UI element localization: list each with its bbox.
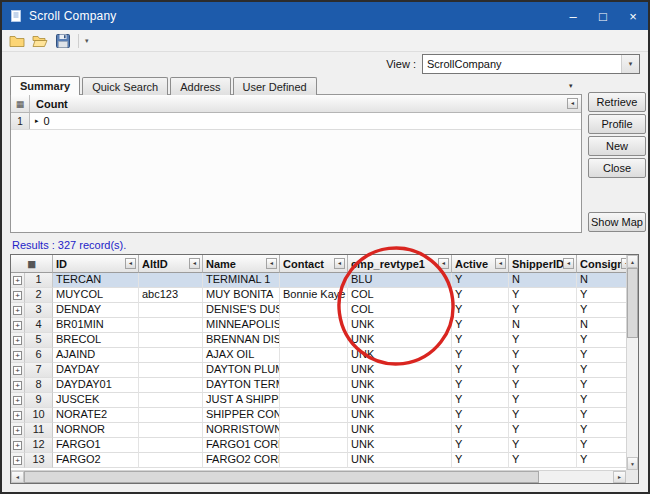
column-header-consign[interactable]: Consign◄ [577,255,626,273]
column-chooser-icon[interactable]: ▦ [27,259,36,269]
cell-id: DENDAY [53,303,139,318]
cell-revtype: UNK [348,348,452,363]
tab-list-dropdown-icon[interactable]: ▾ [569,82,573,90]
results-grid-header: ▦ID◄AltID◄Name◄Contact◄cmp_revtype1◄Acti… [11,255,626,273]
tab-quick-search[interactable]: Quick Search [82,77,168,95]
tab-strip: SummaryQuick SearchAddressUser Defined [10,76,319,95]
scroll-left-icon[interactable]: ◄ [11,471,24,483]
column-header-shipperid[interactable]: ShipperID◄ [509,255,577,273]
column-header-contact[interactable]: Contact◄ [280,255,348,273]
profile-button[interactable]: Profile [588,114,646,134]
column-sort-icon[interactable]: ◄ [438,258,449,269]
row-marker-icon: ▸ [35,117,39,125]
table-row[interactable]: +6AJAINDAJAX OILUNKYYY [11,348,626,363]
close-button[interactable]: × [618,2,648,30]
retrieve-button[interactable]: Retrieve [588,92,646,112]
column-sort-icon[interactable]: ◄ [266,258,277,269]
scroll-right-icon[interactable]: ► [613,471,626,483]
column-sort-icon[interactable]: ◄ [189,258,200,269]
column-sort-icon[interactable]: ◄ [567,98,578,109]
results-grid-content: ▦ID◄AltID◄Name◄Contact◄cmp_revtype1◄Acti… [11,255,626,470]
vertical-scroll-thumb[interactable] [627,268,638,338]
expand-row-button[interactable]: + [13,351,22,360]
cell-active: Y [452,348,509,363]
column-header-label: AltID [142,258,189,270]
vertical-scrollbar[interactable]: ▲ ▼ [626,255,638,470]
expand-row-button[interactable]: + [13,396,22,405]
table-row[interactable]: +8DAYDAY01DAYTON TERMI...UNKYYY [11,378,626,393]
new-folder-icon[interactable] [8,32,26,50]
scroll-down-icon[interactable]: ▼ [627,457,638,470]
tab-summary[interactable]: Summary [10,76,80,95]
expand-row-button[interactable]: + [13,411,22,420]
view-value: ScrollCompany [423,58,621,70]
expand-row-button[interactable]: + [13,441,22,450]
table-row[interactable]: +2MUYCOLabc123MUY BONITABonnie KayeCOLYY… [11,288,626,303]
column-sort-icon[interactable]: ◄ [334,258,345,269]
expand-row-button[interactable]: + [13,276,22,285]
table-row[interactable]: +10NORATE2SHIPPER CONSI...UNKYYY [11,408,626,423]
expand-row-button[interactable]: + [13,306,22,315]
count-column-header[interactable]: Count [30,98,68,110]
cell-contact [280,408,348,423]
scroll-up-icon[interactable]: ▲ [627,255,638,268]
column-header-label: ID [56,258,125,270]
column-header-name[interactable]: Name◄ [203,255,280,273]
expand-cell: + [11,303,25,318]
expand-row-button[interactable]: + [13,381,22,390]
expand-row-button[interactable]: + [13,456,22,465]
cell-name: SHIPPER CONSI... [203,408,280,423]
column-sort-icon[interactable]: ◄ [495,258,506,269]
table-row[interactable]: +3DENDAYDENISE'S DUST...COLYYY [11,303,626,318]
column-sort-icon[interactable]: ◄ [563,258,574,269]
minimize-button[interactable]: – [558,2,588,30]
table-row[interactable]: +13FARGO2FARGO2 CORPUNKYYY [11,453,626,468]
table-row[interactable]: +9JUSCEKJUST A SHIPPERUNKYYY [11,393,626,408]
table-row[interactable]: +5BRECOLBRENNAN DIST...UNKYYY [11,333,626,348]
expand-cell: + [11,438,25,453]
combo-dropdown-icon[interactable]: ▾ [621,55,639,73]
view-combobox[interactable]: ScrollCompany ▾ [422,54,640,74]
tab-user-defined[interactable]: User Defined [233,77,317,95]
cell-revtype: UNK [348,378,452,393]
tab-address[interactable]: Address [170,77,230,95]
toolbar-overflow-icon[interactable]: ▾ [85,37,89,45]
column-header-altid[interactable]: AltID◄ [139,255,203,273]
expand-row-button[interactable]: + [13,336,22,345]
summary-grid-row[interactable]: 1 ▸ 0 [11,113,581,130]
expand-row-button[interactable]: + [13,426,22,435]
close-search-button[interactable]: Close [588,158,646,178]
column-header-revtype[interactable]: cmp_revtype1◄ [348,255,452,273]
cell-consign: Y [577,378,626,393]
table-row[interactable]: +1TERCANTERMINAL 1BLUYNN [11,273,626,288]
expand-cell: + [11,393,25,408]
row-number: 5 [25,333,53,348]
column-header-id[interactable]: ID◄ [53,255,139,273]
expand-row-button[interactable]: + [13,366,22,375]
column-chooser-icon[interactable]: ▦ [11,95,30,112]
column-header-active[interactable]: Active◄ [452,255,509,273]
table-row[interactable]: +7DAYDAYDAYTON PLUM...UNKYYY [11,363,626,378]
new-search-button[interactable]: New Search [588,136,646,156]
maximize-button[interactable]: □ [588,2,618,30]
expand-cell: + [11,423,25,438]
cell-name: MINNEAPOLIS... [203,318,280,333]
expand-cell: + [11,348,25,363]
cell-altid [139,423,203,438]
table-row[interactable]: +4BR01MINMINNEAPOLIS...UNKYNN [11,318,626,333]
cell-contact [280,453,348,468]
expand-row-button[interactable]: + [13,321,22,330]
cell-consign: N [577,318,626,333]
cell-name: FARGO2 CORP [203,453,280,468]
horizontal-scrollbar[interactable]: ◄ ► [11,470,626,483]
table-row[interactable]: +11NORNORNORRISTOWN,...UNKYYY [11,423,626,438]
show-map-button[interactable]: Show Map [588,212,646,232]
cell-consign: Y [577,408,626,423]
table-row[interactable]: +12FARGO1FARGO1 CORPUNKYYY [11,438,626,453]
cell-consign: Y [577,303,626,318]
horizontal-scroll-thumb[interactable] [24,471,539,483]
column-sort-icon[interactable]: ◄ [125,258,136,269]
save-icon[interactable] [54,32,72,50]
open-folder-icon[interactable] [31,32,49,50]
expand-row-button[interactable]: + [13,291,22,300]
